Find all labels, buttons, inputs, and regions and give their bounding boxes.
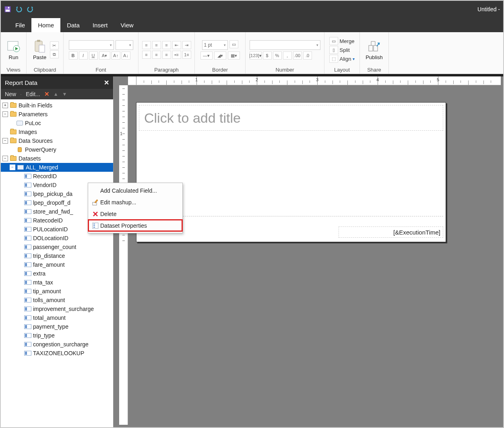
delete-icon[interactable]: ✕ [44, 91, 50, 98]
indent-icon[interactable]: ⇥ [182, 41, 191, 49]
align-icon: ⬚ [329, 55, 338, 63]
field-payment_type[interactable]: payment_type [1, 322, 113, 331]
menu-add-calc-field[interactable]: Add Calculated Field... [88, 185, 182, 196]
outdent-icon[interactable]: ⇤ [172, 41, 181, 49]
svg-rect-1 [6, 10, 10, 12]
align-mid-icon[interactable]: ≡ [152, 41, 161, 49]
field-total_amount[interactable]: total_amount [1, 313, 113, 322]
number-format-combo[interactable]: ▾ [250, 40, 320, 50]
border-width-combo[interactable]: 1 pt▾ [202, 40, 228, 50]
underline-icon[interactable]: U [89, 51, 98, 60]
node-parameters[interactable]: −Parameters [1, 110, 113, 119]
fill-color-icon[interactable]: ◢▾ [214, 51, 226, 60]
panel-toolbar: New · Edit... ✕ ▲ ▼ [1, 89, 113, 99]
menu-dataset-properties[interactable]: Dataset Properties [88, 220, 182, 231]
edit-button[interactable]: Edit... [26, 91, 40, 97]
italic-icon[interactable]: I [79, 51, 88, 60]
field-icon [24, 298, 31, 302]
move-down-icon[interactable]: ▼ [62, 91, 67, 97]
align-top-icon[interactable]: ≡ [142, 41, 151, 49]
publish-button[interactable]: Publish [364, 40, 384, 60]
field-taxizonelookup[interactable]: TAXIZONELOOKUP [1, 349, 113, 358]
border-style-icon[interactable]: ▭ [229, 40, 238, 48]
tab-data[interactable]: Data [60, 18, 86, 32]
node-puloc[interactable]: PuLoc [1, 119, 113, 128]
node-datasources[interactable]: −Data Sources [1, 136, 113, 145]
borders-icon[interactable]: ▦▾ [228, 51, 240, 60]
field-passenger_count[interactable]: passenger_count [1, 243, 113, 251]
font-size-combo[interactable]: ▾ [116, 40, 133, 50]
bold-icon[interactable]: B [69, 51, 78, 60]
paste-button[interactable]: Paste [31, 40, 48, 60]
dec-decimal-icon[interactable]: .0 [303, 51, 312, 60]
field-tip_amount[interactable]: tip_amount [1, 287, 113, 296]
field-icon [24, 174, 31, 179]
move-up-icon[interactable]: ▲ [54, 91, 58, 97]
field-recordid[interactable]: RecordID [1, 172, 113, 181]
numbering-icon[interactable]: 1≡ [182, 51, 191, 59]
menu-edit-mashup[interactable]: Edit mashup... [88, 196, 182, 208]
field-fare_amount[interactable]: fare_amount [1, 260, 113, 269]
shrink-font-icon[interactable]: A↓ [122, 51, 130, 60]
footer-execution-time[interactable]: [&ExecutionTime] [339, 226, 443, 238]
merge-button[interactable]: ▭Merge [329, 37, 355, 45]
split-button[interactable]: ▯Split [329, 46, 350, 54]
save-icon[interactable] [4, 6, 11, 13]
field-tolls_amount[interactable]: tolls_amount [1, 296, 113, 305]
title-placeholder[interactable]: Click to add title [139, 105, 443, 131]
field-icon [24, 289, 31, 294]
font-color-icon[interactable]: A▾ [99, 51, 110, 60]
svg-rect-2 [8, 7, 9, 8]
ribbon-tabs: File Home Data Insert View [1, 18, 503, 32]
folder-icon [10, 130, 17, 134]
svg-rect-8 [369, 45, 373, 51]
run-button[interactable]: Run [5, 40, 22, 60]
align-right-icon[interactable]: ≡ [162, 51, 171, 59]
tab-insert[interactable]: Insert [86, 18, 114, 32]
quick-access-toolbar [4, 6, 34, 13]
bullets-icon[interactable]: •≡ [172, 51, 181, 59]
folder-icon [10, 112, 17, 117]
node-datasets[interactable]: −Datasets [1, 154, 113, 163]
section-divider [139, 216, 443, 216]
comma-icon[interactable]: , [283, 51, 292, 60]
field-congestion_surcharge[interactable]: congestion_surcharge [1, 340, 113, 349]
inc-decimal-icon[interactable]: .00 [293, 51, 302, 60]
currency-icon[interactable]: $ [263, 51, 272, 60]
tab-home[interactable]: Home [31, 18, 60, 32]
menu-delete[interactable]: Delete [88, 208, 182, 220]
grow-font-icon[interactable]: A↑ [112, 51, 120, 60]
node-builtins[interactable]: +Built-in Fields [1, 101, 113, 110]
field-icon [24, 245, 31, 249]
font-family-combo[interactable]: ▾ [69, 40, 114, 50]
node-powerquery[interactable]: PowerQuery [1, 145, 113, 154]
tab-file[interactable]: File [9, 18, 31, 32]
redo-icon[interactable] [27, 6, 34, 13]
percent-icon[interactable]: % [273, 51, 282, 60]
field-trip_type[interactable]: trip_type [1, 331, 113, 340]
close-icon[interactable]: ✕ [104, 79, 109, 86]
field-mta_tax[interactable]: mta_tax [1, 278, 113, 287]
field-improvement_surcharge[interactable]: improvement_surcharge [1, 305, 113, 313]
align-left-icon[interactable]: ≡ [142, 51, 151, 59]
field-dolocationid[interactable]: DOLocationID [1, 234, 113, 243]
node-all-merged[interactable]: −ALL_Merged [1, 163, 113, 172]
placeholder-icon[interactable]: [123]▾ [250, 51, 262, 60]
field-extra[interactable]: extra [1, 269, 113, 278]
undo-icon[interactable] [15, 6, 23, 13]
tab-view[interactable]: View [114, 18, 140, 32]
align-center-icon[interactable]: ≡ [152, 51, 161, 59]
group-layout-label: Layout [334, 67, 350, 73]
datasource-icon [18, 147, 22, 152]
design-canvas[interactable]: 12345 1 Click to add title [&ExecutionTi… [114, 76, 503, 427]
align-bot-icon[interactable]: ≡ [162, 41, 171, 49]
cut-icon[interactable]: ✂ [50, 41, 59, 49]
field-icon [24, 351, 31, 356]
line-color-icon[interactable]: —▾ [200, 51, 213, 60]
copy-icon[interactable]: ⧉ [50, 50, 59, 58]
field-icon [24, 271, 31, 276]
field-trip_distance[interactable]: trip_distance [1, 251, 113, 260]
align-button[interactable]: ⬚Align ▾ [329, 55, 355, 63]
node-images[interactable]: Images [1, 128, 113, 136]
new-button[interactable]: New [5, 91, 16, 97]
